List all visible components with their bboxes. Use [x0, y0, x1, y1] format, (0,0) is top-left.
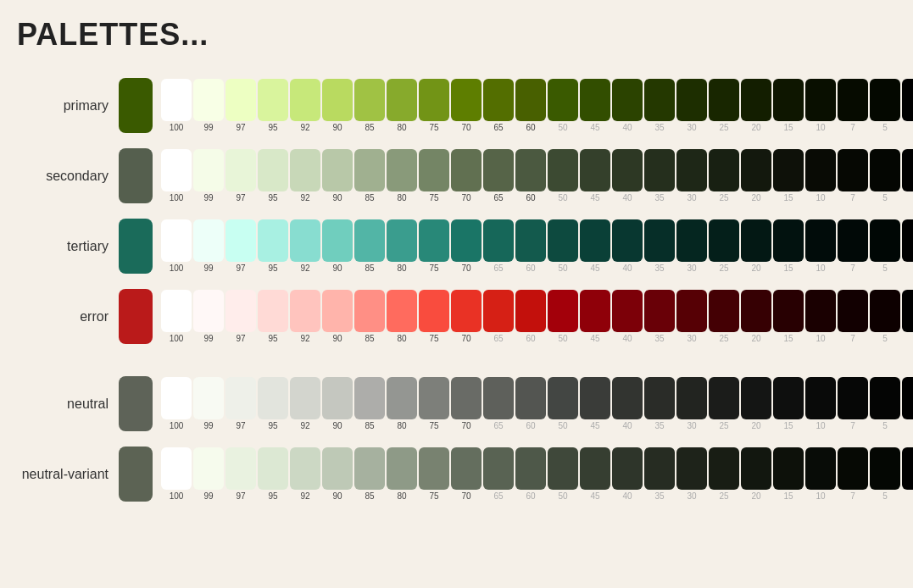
swatch-secondary-97: 97: [225, 149, 256, 202]
swatch-box-neutral-variant-100: [161, 447, 192, 490]
swatch-neutral-variant-60: 60: [515, 447, 546, 501]
swatch-label-tertiary-25: 25: [719, 263, 728, 273]
swatch-box-primary-70: [451, 79, 482, 121]
swatch-primary-5: 5: [870, 79, 900, 132]
swatch-label-neutral-35: 35: [654, 421, 664, 430]
swatch-label-error-25: 25: [719, 334, 728, 343]
swatch-box-error-35: [644, 290, 675, 332]
swatch-error-90: 90: [322, 290, 353, 343]
swatch-box-neutral-variant-99: [193, 447, 224, 490]
swatch-label-neutral-variant-5: 5: [882, 491, 888, 501]
swatch-box-primary-7: [838, 79, 868, 121]
swatch-box-primary-0: [902, 79, 913, 121]
swatch-secondary-95: 95: [258, 149, 288, 202]
swatch-error-0: 0: [902, 290, 913, 343]
swatch-label-neutral-variant-25: 25: [719, 491, 728, 501]
swatch-secondary-65: 65: [483, 149, 514, 202]
swatch-label-neutral-variant-60: 60: [526, 491, 535, 501]
swatch-box-primary-15: [773, 79, 804, 121]
swatch-label-neutral-variant-65: 65: [493, 491, 503, 501]
swatch-box-tertiary-92: [290, 219, 320, 262]
swatch-box-secondary-75: [419, 149, 449, 191]
swatch-neutral-variant-80: 80: [387, 447, 417, 501]
swatch-label-primary-15: 15: [783, 123, 793, 132]
swatch-label-neutral-90: 90: [332, 421, 342, 430]
swatch-label-neutral-variant-15: 15: [783, 491, 793, 501]
swatch-neutral-variant-100: 100: [161, 447, 192, 501]
swatch-box-primary-90: [322, 79, 353, 121]
swatch-box-neutral-variant-97: [225, 447, 256, 490]
swatch-label-neutral-60: 60: [526, 421, 535, 430]
swatch-neutral-60: 60: [515, 377, 546, 430]
swatch-label-primary-50: 50: [558, 123, 567, 132]
swatch-neutral-variant-30: 30: [676, 447, 707, 501]
swatch-secondary-35: 35: [644, 149, 675, 202]
swatch-neutral-5: 5: [870, 377, 900, 430]
swatch-box-tertiary-0: [902, 219, 913, 262]
swatch-label-neutral-85: 85: [365, 421, 374, 430]
palette-swatches-error: 1009997959290858075706560504540353025201…: [161, 290, 913, 343]
swatch-label-primary-60: 60: [526, 123, 535, 132]
swatch-error-15: 15: [773, 290, 804, 343]
swatch-neutral-92: 92: [290, 377, 320, 430]
swatch-box-neutral-variant-60: [515, 447, 546, 490]
swatch-label-tertiary-40: 40: [622, 263, 632, 273]
swatch-primary-60: 60: [515, 79, 546, 132]
swatch-box-primary-35: [644, 79, 675, 121]
swatch-tertiary-97: 97: [225, 219, 256, 273]
swatch-label-secondary-90: 90: [332, 193, 342, 202]
swatch-box-tertiary-60: [515, 219, 546, 262]
swatch-box-secondary-25: [709, 149, 739, 191]
swatch-tertiary-70: 70: [451, 219, 482, 273]
palette-label-neutral-variant: neutral-variant: [17, 467, 119, 482]
swatch-secondary-99: 99: [193, 149, 224, 202]
swatch-neutral-97: 97: [225, 377, 256, 430]
swatch-secondary-85: 85: [354, 149, 385, 202]
swatch-box-tertiary-70: [451, 219, 482, 262]
swatch-tertiary-45: 45: [580, 219, 610, 273]
swatch-label-secondary-60: 60: [526, 193, 535, 202]
swatch-tertiary-95: 95: [258, 219, 288, 273]
swatch-box-neutral-variant-50: [548, 447, 578, 490]
swatch-error-95: 95: [258, 290, 288, 343]
swatch-neutral-variant-97: 97: [225, 447, 256, 501]
swatch-box-neutral-variant-65: [483, 447, 514, 490]
swatch-box-secondary-5: [870, 149, 900, 191]
swatch-tertiary-60: 60: [515, 219, 546, 273]
palette-swatches-neutral: 1009997959290858075706560504540353025201…: [161, 377, 913, 430]
swatch-secondary-7: 7: [838, 149, 868, 202]
swatch-label-neutral-variant-7: 7: [850, 491, 855, 501]
swatch-error-5: 5: [870, 290, 900, 343]
swatch-neutral-variant-15: 15: [773, 447, 804, 501]
swatch-box-neutral-100: [161, 377, 192, 419]
swatch-error-35: 35: [644, 290, 675, 343]
swatch-box-primary-60: [515, 79, 546, 121]
swatch-neutral-15: 15: [773, 377, 804, 430]
swatch-neutral-variant-10: 10: [805, 447, 836, 501]
swatch-label-neutral-variant-45: 45: [590, 491, 599, 501]
swatch-primary-10: 10: [805, 79, 836, 132]
swatch-label-secondary-80: 80: [397, 193, 406, 202]
swatch-label-secondary-30: 30: [687, 193, 696, 202]
swatch-box-primary-10: [805, 79, 836, 121]
swatch-box-tertiary-50: [548, 219, 578, 262]
swatch-label-secondary-50: 50: [558, 193, 567, 202]
swatch-primary-30: 30: [676, 79, 707, 132]
swatch-neutral-40: 40: [612, 377, 643, 430]
swatch-secondary-5: 5: [870, 149, 900, 202]
swatch-primary-40: 40: [612, 79, 643, 132]
swatch-label-secondary-45: 45: [590, 193, 599, 202]
swatch-label-tertiary-35: 35: [654, 263, 664, 273]
swatch-tertiary-90: 90: [322, 219, 353, 273]
swatch-neutral-variant-45: 45: [580, 447, 610, 501]
swatch-box-secondary-30: [676, 149, 707, 191]
swatch-label-primary-5: 5: [882, 123, 888, 132]
swatch-label-neutral-variant-35: 35: [654, 491, 664, 501]
swatch-neutral-variant-70: 70: [451, 447, 482, 501]
swatch-label-tertiary-15: 15: [783, 263, 793, 273]
swatch-box-tertiary-85: [354, 219, 385, 262]
swatch-label-secondary-100: 100: [170, 193, 184, 202]
swatch-error-97: 97: [225, 290, 256, 343]
swatch-box-tertiary-15: [773, 219, 804, 262]
swatch-error-7: 7: [838, 290, 868, 343]
